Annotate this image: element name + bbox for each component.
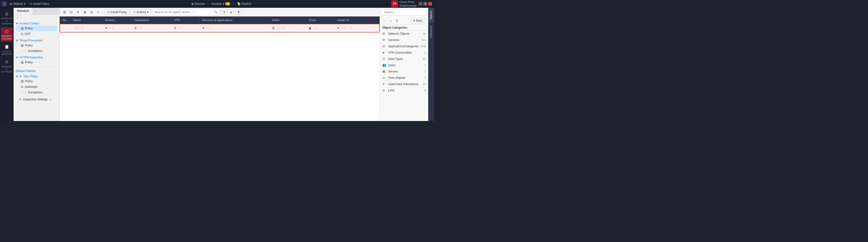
table-row[interactable]: 1 Allow-all ✱Any ✱Any ✱Any ✱Any ⊕Accept … — [60, 24, 380, 33]
install-policy-button[interactable]: ⊙ Install Policy — [104, 9, 129, 15]
search-box: 🔍 — [152, 9, 220, 15]
nav-item-geo-gateways[interactable]: ⊞ Gateways — [16, 84, 57, 90]
actions-button[interactable]: ↗ Actions ▾ — [130, 9, 151, 15]
icon-sidebar: ⊞ GATEWAYS& SERVERS ⬡ SECURITYPOLICIES 📋… — [0, 8, 13, 121]
nav-item-geo-exceptions[interactable]: ⋮⋮ Exceptions — [16, 90, 57, 95]
separator-2: | — [233, 2, 234, 6]
right-sidebar-tabs: Objects Validations — [428, 8, 434, 121]
nav-item-https-policy[interactable]: ▦ Policy — [16, 60, 57, 65]
inspection-settings-badge: ⊕ — [50, 98, 52, 101]
search-icon[interactable]: 🔍 — [214, 10, 218, 14]
category-item-limit[interactable]: ⊘ Limit 4 — [380, 87, 428, 94]
nav-tab-add[interactable]: + — [32, 8, 39, 14]
security-icon: ⬡ — [4, 29, 9, 34]
right-search-input[interactable] — [382, 9, 426, 15]
col-name: Name — [70, 16, 102, 24]
https-policy-label: Policy — [25, 61, 33, 64]
back-button[interactable]: ← — [382, 18, 388, 23]
discard-button[interactable]: 🗑 Discard — [191, 2, 205, 6]
search-input[interactable] — [154, 10, 213, 14]
tp-exceptions-icon: ⋮⋮ — [21, 49, 27, 53]
shared-policies-label: Shared Policies — [13, 68, 59, 73]
shared-divider — [16, 67, 58, 67]
app-menu-icon[interactable]: ☰ — [2, 1, 7, 6]
minimize-button[interactable]: ─ — [418, 2, 422, 6]
category-item-usercheck-interactions[interactable]: ✗ UserCheck Interactions 13 — [380, 81, 428, 87]
category-item-vpn-communities[interactable]: ◈ VPN Communities 2 — [380, 49, 428, 56]
access-control-title[interactable]: ▼ Access Control — [16, 22, 58, 25]
geo-policy-item-label: Policy — [25, 79, 33, 83]
nav-item-inspection-settings[interactable]: ⚙ Inspection Settings ⊕ — [14, 97, 59, 102]
tab-validations[interactable]: Validations — [428, 23, 434, 41]
nav-up-button[interactable]: ▲ — [228, 10, 234, 14]
install-policy-menu[interactable]: ⊙ Install Policy — [28, 2, 51, 6]
add-row-below-button[interactable]: ⊟ — [68, 9, 74, 15]
category-count: 514 — [422, 39, 426, 41]
geo-policy-arrow: ▼ — [16, 75, 19, 78]
top-bar-center: 🗑 Discard | Session ▾ 20 | 📡 Publish — [53, 2, 390, 6]
category-item-users[interactable]: 👥 Users 1 — [380, 62, 428, 68]
cell-track: ▣Log — [306, 24, 334, 33]
more-options-button[interactable]: ≡ — [96, 9, 100, 15]
home-button[interactable]: ⌂ — [389, 18, 393, 23]
close-button[interactable]: ✕ — [428, 2, 432, 6]
tab-objects[interactable]: Objects — [428, 8, 434, 23]
category-icon: 👥 — [382, 63, 386, 67]
collapse-nav-button[interactable]: « — [16, 15, 20, 21]
category-item-data-types[interactable]: ⊡ Data Types 62 — [380, 56, 428, 62]
col-action: Action — [269, 16, 306, 24]
install-asterisk: ✱ — [337, 27, 339, 30]
cut-button[interactable]: ⊠ — [82, 9, 88, 15]
category-item-servers[interactable]: ▣ Servers 1 — [380, 68, 428, 75]
col-no: No. — [60, 16, 70, 24]
category-item-services[interactable]: ⚙ Services 514 — [380, 37, 428, 43]
category-item-applications/categories[interactable]: ⊟ Applications/Categories 7508 — [380, 43, 428, 49]
category-count: 62 — [423, 58, 426, 60]
tp-policy-icon: ▦ — [21, 44, 24, 47]
nav-item-access-policy[interactable]: ▦ Policy — [16, 26, 57, 31]
right-panel-actions: ← ⌂ ☰ ✦ New... — [380, 17, 428, 25]
sidebar-item-logs[interactable]: 📋 LOGS &MONITOR — [1, 43, 12, 57]
https-inspection-label: HTTPS Inspection — [20, 56, 43, 59]
accept-icon: ⊕ — [272, 26, 275, 30]
nav-down-button[interactable]: ▼ — [221, 10, 227, 14]
col-source: Source — [102, 16, 131, 24]
geo-policy-title[interactable]: ▼ ⊘ Geo Policy — [16, 75, 58, 78]
content-area: ⊞ ⊟ ✕ ⊠ ⊡ ≡ ⊙ Install Policy ↗ Actions ▾… — [60, 8, 380, 121]
copy-button[interactable]: ⊡ — [89, 9, 95, 15]
session-button[interactable]: Session ▾ 20 — [212, 2, 230, 6]
category-icon: ⊡ — [382, 57, 386, 61]
https-inspection-title[interactable]: ▼ HTTPS Inspection — [16, 56, 58, 59]
col-services: Services & Applications — [199, 16, 269, 24]
category-icon: ⊟ — [382, 44, 386, 48]
category-icon: ◈ — [382, 51, 386, 54]
list-button[interactable]: ☰ — [394, 18, 400, 23]
add-row-button[interactable]: ⊞ — [62, 9, 67, 15]
nav-item-tp-exceptions[interactable]: ⋮⋮ Exceptions — [16, 48, 57, 54]
sidebar-item-manage[interactable]: ⚙ MANAGE &SETTINGS — [1, 58, 12, 75]
filter-button[interactable]: ▼ — [235, 9, 242, 15]
nav-tab-standard[interactable]: Standard — [13, 8, 32, 14]
nav-item-tp-policy[interactable]: ▦ Policy — [16, 43, 57, 48]
nav-tabs: Standard + — [13, 8, 59, 15]
threat-prevention-title[interactable]: ▼ Threat Prevention — [16, 39, 58, 42]
nav-item-nat[interactable]: ⊞ NAT — [16, 31, 57, 37]
objects-menu[interactable]: ⊞ Objects ▾ — [8, 2, 27, 6]
delete-row-button[interactable]: ✕ — [75, 9, 81, 15]
category-item-time-objects[interactable]: ⊙ Time Objects 3 — [380, 75, 428, 81]
geo-gateways-label: Gateways — [25, 85, 38, 89]
restore-button[interactable]: ⧉ — [423, 2, 427, 6]
publish-button[interactable]: 📡 Publish — [237, 2, 251, 6]
install-policy-icon: ⊙ — [107, 10, 110, 14]
objects-chevron: ▾ — [24, 2, 26, 6]
nav-item-geo-policy[interactable]: ▦ Policy — [16, 78, 57, 84]
category-count: 7508 — [420, 45, 426, 48]
category-label: UserCheck Interactions — [388, 82, 423, 86]
category-item-network-objects[interactable]: ⊞ Network Objects 18 — [380, 31, 428, 37]
window-controls: ─ ⧉ ✕ — [418, 2, 432, 6]
new-object-button[interactable]: ✦ New... — [411, 18, 426, 23]
geo-policy-item-icon: ▦ — [21, 79, 24, 83]
sidebar-item-security[interactable]: ⬡ SECURITYPOLICIES — [1, 27, 12, 42]
sidebar-item-gateways[interactable]: ⊞ GATEWAYS& SERVERS — [1, 10, 12, 27]
policy-table: No. Name Source Destination VPN Services… — [60, 16, 380, 33]
